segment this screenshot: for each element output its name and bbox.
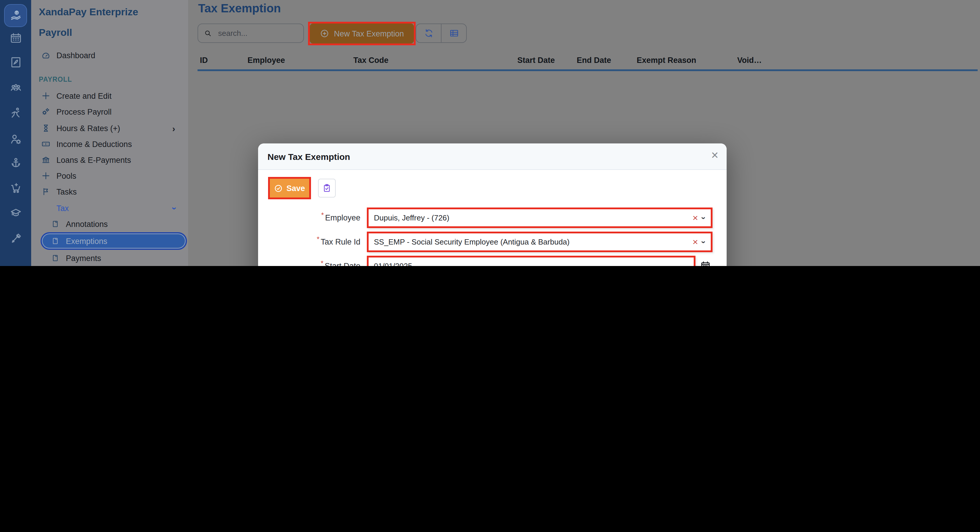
money-hand-icon[interactable] (10, 10, 22, 22)
sidebar-item-create-and-edit[interactable]: Create and Edit (41, 88, 185, 104)
column-header-employee[interactable]: Employee (248, 56, 285, 65)
start-date-input[interactable]: 01/01/2025 (367, 256, 695, 266)
anchor-icon[interactable] (10, 156, 22, 169)
payroll-section-header: PAYROLL (39, 76, 72, 83)
bank-icon (41, 155, 51, 165)
start-date-field-label: Start Date (325, 261, 360, 266)
sidebar-item-tasks[interactable]: Tasks (41, 184, 185, 199)
annotation-highlight-save: Save (268, 177, 311, 199)
app-window: XandaPay « XandaPay Enterprize Payroll D… (0, 0, 980, 266)
new-tax-exemption-dialog: New Tax Exemption × Save *Employee Dupui… (258, 143, 727, 266)
sidebar-item-tax[interactable]: Tax › (56, 201, 185, 216)
sidebar-item-income-deductions[interactable]: Income & Deductions (41, 136, 185, 152)
table-tools-group (416, 24, 467, 43)
chevron-down-icon[interactable]: › (699, 241, 709, 243)
search-input[interactable] (217, 28, 303, 38)
new-tax-exemption-button[interactable]: New Tax Exemption (310, 24, 414, 43)
table-grid-icon (449, 28, 459, 38)
clipboard-check-icon (322, 183, 332, 193)
sidebar-item-exemptions-selected[interactable]: Exemptions (41, 232, 187, 250)
close-icon[interactable]: × (711, 148, 718, 162)
required-asterisk: * (321, 211, 324, 219)
sidebar: XandaPay Enterprize Payroll Dashboard PA… (31, 0, 188, 266)
start-date-field-row: *Start Date 01/01/2025 (258, 256, 727, 266)
sidebar-item-pools[interactable]: Pools (41, 168, 185, 183)
required-asterisk: * (317, 235, 320, 243)
document-icon (51, 237, 59, 245)
flag-icon (41, 187, 51, 196)
plus-circle-icon (320, 29, 329, 38)
sidebar-item-annotations[interactable]: Annotations (51, 216, 185, 232)
tax-rule-field-row: *Tax Rule Id SS_EMP - Social Security Em… (258, 232, 727, 252)
pdf-report-icon[interactable] (10, 56, 22, 69)
column-header-tax-code[interactable]: Tax Code (353, 56, 388, 65)
calendar-icon[interactable] (10, 32, 22, 45)
document-icon (51, 254, 59, 262)
banknote-icon (41, 139, 51, 149)
cart-add-icon[interactable] (10, 182, 22, 194)
people-icon[interactable] (10, 82, 22, 95)
employee-combobox[interactable]: Dupuis, Jeffrey - (726) × › (367, 207, 713, 228)
sidebar-item-loans-epayments[interactable]: Loans & E-Payments (41, 152, 185, 167)
employee-value: Dupuis, Jeffrey - (726) (374, 213, 690, 222)
page-title: Tax Exemption (198, 2, 281, 15)
tax-rule-field-label: Tax Rule Id (321, 237, 360, 246)
validate-button[interactable] (318, 179, 336, 198)
activity-runner-icon[interactable] (10, 107, 22, 119)
gauge-icon (41, 51, 51, 60)
clear-selection-icon[interactable]: × (692, 237, 698, 247)
search-box (197, 24, 304, 43)
clear-selection-icon[interactable]: × (692, 212, 698, 223)
table-header-divider (197, 69, 978, 71)
column-header-exempt-reason[interactable]: Exempt Reason (637, 56, 696, 65)
hourglass-icon (41, 123, 51, 133)
table-view-button[interactable] (441, 24, 466, 42)
sidebar-item-payments[interactable]: Payments (51, 250, 185, 266)
save-button-label: Save (286, 184, 305, 193)
calendar-picker-icon[interactable] (700, 260, 711, 266)
sidebar-item-hours-rates[interactable]: Hours & Rates (+) › (41, 121, 185, 136)
employee-field-row: *Employee Dupuis, Jeffrey - (726) × › (258, 207, 727, 228)
icon-rail: XandaPay « (0, 0, 31, 266)
column-header-end-date[interactable]: End Date (577, 56, 611, 65)
start-date-value: 01/01/2025 (374, 261, 694, 266)
tax-rule-combobox[interactable]: SS_EMP - Social Security Employee (Antig… (367, 232, 713, 252)
refresh-button[interactable] (416, 24, 441, 42)
search-icon (204, 29, 212, 37)
new-tax-exemption-button-label: New Tax Exemption (334, 29, 404, 38)
plus-icon (41, 171, 51, 180)
tax-rule-value: SS_EMP - Social Security Employee (Antig… (374, 237, 690, 246)
refresh-icon (423, 28, 434, 38)
dialog-title: New Tax Exemption (267, 143, 350, 170)
education-cap-icon[interactable] (10, 206, 22, 219)
employee-field-label: Employee (325, 213, 360, 222)
required-asterisk: * (321, 259, 323, 266)
column-header-id[interactable]: ID (200, 56, 208, 65)
gears-icon (41, 107, 51, 116)
module-title: Payroll (39, 27, 72, 39)
tools-icon[interactable] (10, 232, 22, 245)
app-title: XandaPay Enterprize (39, 6, 138, 18)
sidebar-item-process-payroll[interactable]: Process Payroll (41, 104, 185, 119)
chevron-right-icon: › (172, 123, 175, 133)
plus-icon (41, 91, 51, 100)
save-button[interactable]: Save (270, 179, 309, 198)
document-icon (51, 220, 59, 228)
sidebar-item-dashboard[interactable]: Dashboard (41, 48, 185, 63)
chevron-down-icon[interactable]: › (699, 216, 709, 219)
person-settings-icon[interactable] (10, 133, 22, 146)
annotation-highlight-new-button: New Tax Exemption (308, 22, 416, 45)
column-header-void[interactable]: Void… (737, 56, 762, 65)
check-circle-icon (274, 184, 283, 193)
chevron-down-icon: › (170, 207, 180, 210)
dialog-header: New Tax Exemption × (258, 143, 727, 170)
column-header-start-date[interactable]: Start Date (517, 56, 555, 65)
